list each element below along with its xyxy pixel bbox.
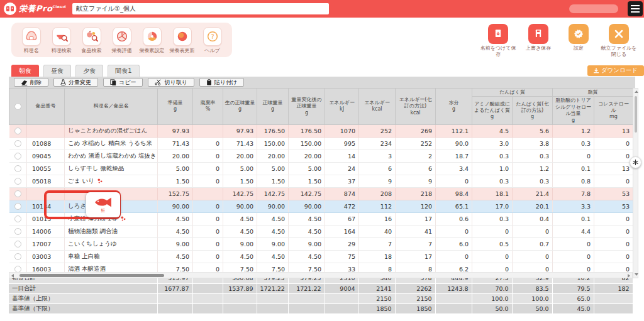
menu-file-name-input[interactable] (72, 3, 329, 14)
row-select-radio[interactable] (14, 266, 21, 272)
table-row[interactable]: 16003清酒 本醸造酒7.5007.507.507.5033886.20000 (9, 263, 633, 272)
amount-change-button[interactable]: 分量変更 (53, 78, 98, 87)
scroll-right-arrow-icon[interactable] (628, 274, 630, 278)
eraser-icon (21, 80, 28, 85)
table-row[interactable]: じゃことわかめの混ぜごはん97.9397.93176.50176.5010702… (9, 124, 633, 137)
value-cell: 5.00 (158, 162, 193, 175)
row-select-radio[interactable] (14, 178, 21, 185)
vertical-scroll-thumb[interactable] (635, 96, 637, 133)
row-select-radio[interactable] (14, 190, 21, 197)
menu-icon[interactable] (628, 1, 643, 16)
food-name-cell: じゃことわかめの混ぜごはん (65, 124, 158, 137)
value-cell: 4.50 (223, 225, 257, 237)
grid-header: 食品番号 料理名／食品名 準備量g 廃棄率% 生の正味重量g 正味重量g 重量変… (9, 89, 633, 125)
table-row[interactable]: 03003車糖 上白糖4.5004.504.504.5075181700000 (9, 250, 633, 263)
table-row[interactable]: 01088こめ 水稲めし 精白米 うるち米71.43071.43150.0015… (9, 137, 633, 150)
value-cell: 7 (359, 237, 396, 250)
row-select-cell (9, 175, 27, 187)
tab-breakfast[interactable]: 朝食 (11, 65, 39, 77)
select-all-radio[interactable] (14, 103, 21, 110)
value-cell: 0 (594, 250, 633, 263)
value-cell: 0 (594, 225, 633, 237)
value-cell: 9.00 (223, 237, 257, 250)
col-header-prepared-amount: 準備量g (158, 89, 193, 125)
summary-value-cell: 100.0 (512, 293, 552, 303)
food-grid: 食品番号 料理名／食品名 準備量g 廃棄率% 生の正味重量g 正味重量g 重量変… (9, 88, 639, 272)
tab-snack1[interactable]: 間食1 (108, 65, 139, 77)
table-row[interactable]: 17007こいくちしょうゆ9.0009.009.009.0029776.00.5… (9, 237, 633, 250)
summary-value-cell: 79.5 (552, 283, 594, 293)
paste-button[interactable]: 貼り付け (199, 78, 244, 87)
food-search-icon (82, 27, 101, 46)
value-cell: 208 (359, 187, 396, 200)
value-cell: 0 (472, 250, 513, 263)
value-cell: 164 (325, 225, 359, 237)
value-cell: 5.00 (257, 162, 289, 175)
drag-ghost-label: 鮭 (101, 209, 106, 213)
value-cell: 4.5 (472, 124, 513, 137)
settings-button[interactable]: 設定 (560, 24, 597, 52)
col-header-protein-amino: アミノ酸組成によるたんぱく質g (472, 97, 513, 125)
scroll-left-arrow-icon[interactable] (11, 274, 14, 278)
table-row[interactable]: 09045わかめ 湯通し塩蔵わかめ 塩抜き 生20.00020.0020.002… (9, 150, 633, 162)
salmon-fish-icon (94, 197, 113, 208)
dish-search-button[interactable]: 料理検索 (48, 27, 75, 54)
row-select-radio[interactable] (14, 165, 21, 172)
horizontal-scroll-thumb[interactable] (19, 274, 164, 277)
group-header-protein: たんぱく質 (472, 89, 553, 97)
value-cell: 1070 (325, 124, 359, 137)
row-select-radio[interactable] (14, 203, 21, 210)
value-cell: 0.3 (472, 175, 513, 187)
row-select-radio[interactable] (14, 215, 21, 222)
row-select-cell (9, 263, 27, 272)
vertical-scrollbar[interactable] (633, 88, 638, 278)
value-cell: 0.7 (513, 237, 553, 250)
overwrite-save-button[interactable]: 上書き保存 (519, 24, 557, 52)
tab-dinner[interactable]: 夕食 (75, 65, 103, 77)
row-select-radio[interactable] (14, 140, 21, 147)
value-cell: 0.4 (513, 212, 553, 225)
food-search-button[interactable]: 食品検索 (78, 27, 105, 54)
value-cell: 29 (325, 237, 359, 250)
value-cell: 9.00 (158, 237, 193, 250)
tab-lunch[interactable]: 昼食 (43, 65, 71, 77)
row-select-radio[interactable] (14, 128, 21, 134)
summary-value-cell: 2262 (395, 283, 435, 293)
dish-name-button[interactable]: 料理名 (18, 27, 45, 54)
cut-button[interactable]: 切り取り (148, 78, 194, 87)
copy-button[interactable]: コピー (103, 78, 143, 87)
food-code-cell: 10055 (27, 162, 65, 175)
nutrient-settings-button[interactable]: 栄養素設定 (138, 27, 165, 54)
side-panel-handle[interactable] (630, 156, 641, 168)
value-cell: 252 (396, 137, 436, 150)
allergen-icon (120, 215, 126, 222)
dish-search-label: 料理検索 (52, 47, 72, 54)
download-button[interactable]: ダウンロード (587, 65, 644, 76)
nutrition-table-update-label: 栄養表更新 (170, 47, 195, 54)
delete-button[interactable]: 削除 (14, 78, 48, 87)
food-name-cell: 植物油脂類 調合油 (65, 225, 158, 237)
table-row[interactable]: 14006植物油脂類 調合油4.5004.504.504.50164404100… (9, 225, 633, 237)
row-select-radio[interactable] (14, 153, 21, 160)
value-cell: 0 (193, 237, 223, 250)
scroll-down-arrow-icon[interactable] (635, 273, 638, 276)
value-cell: 0 (594, 263, 633, 272)
value-cell: 0 (513, 250, 553, 263)
nutrition-table-update-button[interactable]: 栄養表更新 (169, 27, 196, 54)
drag-ghost-card: 鮭 (86, 192, 120, 217)
help-button[interactable]: ? ヘルプ (199, 27, 226, 54)
horizontal-scrollbar[interactable] (9, 272, 633, 278)
row-select-radio[interactable] (14, 241, 21, 248)
scroll-up-arrow-icon[interactable] (635, 90, 638, 93)
table-row[interactable]: 05018ごま いり1.5001.501.501.50379900.30.30.… (9, 175, 633, 187)
summary-value-cell (157, 303, 192, 313)
row-select-radio[interactable] (14, 228, 21, 235)
row-select-radio[interactable] (14, 253, 21, 260)
table-row[interactable]: 10055しらす干し 微乾燥品5.0005.005.005.0024663.41… (9, 162, 633, 175)
save-as-button[interactable]: 名前をつけて保存 (479, 24, 517, 58)
close-file-button[interactable]: 献立ファイルを閉じる (600, 24, 638, 58)
value-cell: 3 (359, 150, 396, 162)
value-cell: 0 (553, 237, 594, 250)
summary-totals: 朝食合計515.97500.68579.25579.25231054657844… (9, 273, 644, 314)
nutrition-eval-button[interactable]: 栄養評価 (108, 27, 135, 54)
